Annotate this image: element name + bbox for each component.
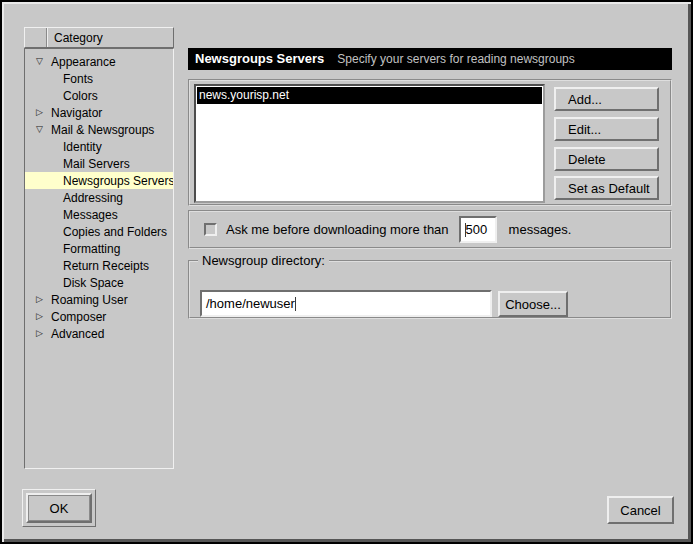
category-header-spacer (25, 28, 47, 47)
cancel-button-label: Cancel (620, 503, 660, 518)
triangle-down-icon[interactable]: ▽ (33, 121, 46, 138)
tree-item-label: Fonts (63, 72, 93, 86)
choose-button[interactable]: Choose... (498, 291, 568, 317)
ok-default-ring: OK (22, 489, 96, 527)
tree-item-newsgroups-servers[interactable]: Newsgroups Servers (25, 172, 173, 189)
tree-item-label: Identity (63, 140, 102, 154)
tree-item-label: Composer (51, 310, 106, 324)
tree-item-disk-space[interactable]: Disk Space (25, 274, 173, 291)
cancel-button[interactable]: Cancel (607, 496, 674, 524)
ok-button[interactable]: OK (26, 493, 92, 523)
text-cursor-icon (295, 297, 296, 311)
tree-item-label: Colors (63, 89, 98, 103)
triangle-right-icon[interactable]: ▷ (33, 308, 46, 325)
delete-button-label: Delete (568, 152, 606, 167)
add-button[interactable]: Add... (554, 87, 659, 111)
preferences-dialog: Category ▽AppearanceFontsColors▷Navigato… (0, 0, 693, 544)
tree-item-mail-newsgroups[interactable]: ▽Mail & Newsgroups (25, 121, 173, 138)
ask-before-download-checkbox[interactable] (204, 223, 217, 236)
server-listbox[interactable]: news.yourisp.net (194, 84, 545, 203)
tree-item-label: Navigator (51, 106, 102, 120)
tree-item-label: Messages (63, 208, 118, 222)
add-button-label: Add... (568, 92, 602, 107)
choose-button-label: Choose... (505, 297, 561, 312)
newsgroup-directory-value: /home/newuser (206, 296, 295, 311)
tree-item-identity[interactable]: Identity (25, 138, 173, 155)
messages-label: messages. (509, 222, 572, 237)
tree-item-label: Return Receipts (63, 259, 149, 273)
tree-item-label: Addressing (63, 191, 123, 205)
tree-item-messages[interactable]: Messages (25, 206, 173, 223)
download-prompt-section: Ask me before downloading more than 500 … (188, 210, 672, 249)
edit-button[interactable]: Edit... (554, 117, 659, 141)
ask-before-download-label: Ask me before downloading more than (226, 222, 449, 237)
message-count-value: 500 (466, 222, 488, 237)
category-tree: ▽AppearanceFontsColors▷Navigator▽Mail & … (24, 48, 174, 469)
tree-item-appearance[interactable]: ▽Appearance (25, 53, 173, 70)
tree-item-fonts[interactable]: Fonts (25, 70, 173, 87)
newsgroup-directory-legend: Newsgroup directory: (198, 253, 329, 268)
set-default-button-label: Set as Default (568, 181, 650, 196)
tree-item-addressing[interactable]: Addressing (25, 189, 173, 206)
tree-item-label: Mail & Newsgroups (51, 123, 154, 137)
server-list-item[interactable]: news.yourisp.net (196, 86, 543, 105)
tree-item-label: Advanced (51, 327, 104, 341)
delete-button[interactable]: Delete (554, 147, 659, 171)
edit-button-label: Edit... (568, 122, 601, 137)
tree-item-advanced[interactable]: ▷Advanced (25, 325, 173, 342)
ok-button-label: OK (28, 495, 90, 521)
tree-item-label: Roaming User (51, 293, 128, 307)
tree-item-formatting[interactable]: Formatting (25, 240, 173, 257)
tree-item-label: Newsgroups Servers (63, 174, 174, 188)
tree-item-mail-servers[interactable]: Mail Servers (25, 155, 173, 172)
newsgroup-directory-input[interactable]: /home/newuser (200, 290, 492, 317)
tree-item-label: Mail Servers (63, 157, 130, 171)
tree-item-label: Disk Space (63, 276, 124, 290)
category-header-label: Category (47, 31, 103, 45)
panel-header: Newsgroups Servers Specify your servers … (188, 48, 672, 70)
tree-item-colors[interactable]: Colors (25, 87, 173, 104)
tree-item-composer[interactable]: ▷Composer (25, 308, 173, 325)
tree-item-copies-and-folders[interactable]: Copies and Folders (25, 223, 173, 240)
page-title: Newsgroups Servers (195, 51, 324, 66)
triangle-down-icon[interactable]: ▽ (33, 53, 46, 70)
tree-item-label: Formatting (63, 242, 120, 256)
triangle-right-icon[interactable]: ▷ (33, 325, 46, 342)
tree-item-return-receipts[interactable]: Return Receipts (25, 257, 173, 274)
newsgroup-directory-group: Newsgroup directory: /home/newuser Choos… (188, 253, 672, 319)
message-count-input[interactable]: 500 (459, 216, 497, 243)
servers-section: news.yourisp.net Add... Edit... Delete S… (188, 79, 672, 206)
tree-item-roaming-user[interactable]: ▷Roaming User (25, 291, 173, 308)
tree-item-label: Copies and Folders (63, 225, 167, 239)
triangle-right-icon[interactable]: ▷ (33, 104, 46, 121)
set-default-button[interactable]: Set as Default (554, 176, 659, 200)
tree-item-navigator[interactable]: ▷Navigator (25, 104, 173, 121)
triangle-right-icon[interactable]: ▷ (33, 291, 46, 308)
category-header: Category (24, 27, 174, 48)
tree-item-label: Appearance (51, 55, 116, 69)
page-subtitle: Specify your servers for reading newsgro… (337, 52, 574, 66)
